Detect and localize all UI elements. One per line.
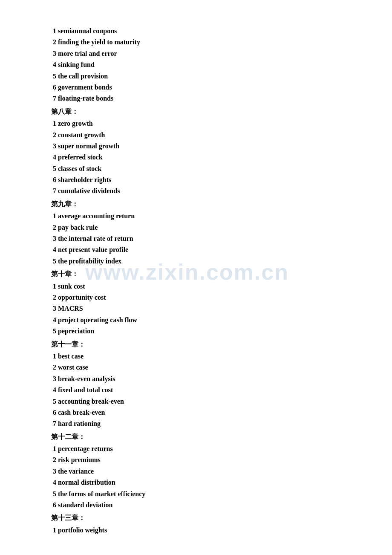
list-item: 4 project operating cash flow [51,315,341,326]
chapter-heading-6: 第十三章： [51,512,341,523]
list-item: 1 semiannual coupons [51,26,341,37]
chapter-heading-2: 第九章： [51,199,341,210]
list-item: 1 best case [51,351,341,362]
list-item: 2 opportunity cost [51,292,341,303]
list-item: 4 fixed and total cost [51,384,341,396]
list-item: 1 zero growth [51,118,341,129]
list-item: 6 government bonds [51,82,341,93]
list-item: 3 super normal growth [51,141,341,152]
list-item: 1 average accounting return [51,211,341,222]
list-item: 5 the profitability index [51,256,341,267]
list-item: 5 pepreciation [51,326,341,337]
list-item: 3 the variance [51,466,341,477]
list-item: 3 MACRS [51,303,341,314]
list-item: 5 classes of stock [51,163,341,174]
content-list: 1 semiannual coupons2 finding the yield … [51,26,341,536]
list-item: 6 standard deviation [51,500,341,511]
list-item: 6 shareholder rights [51,174,341,185]
chapter-heading-5: 第十二章： [51,431,341,442]
list-item: 4 preferred stock [51,152,341,163]
list-item: 3 more trial and error [51,48,341,59]
list-item: 1 percentage returns [51,443,341,454]
list-item: 3 the internal rate of return [51,233,341,244]
list-item: 2 worst case [51,362,341,373]
list-item: 2 constant growth [51,130,341,141]
list-item: 2 risk premiums [51,454,341,465]
chapter-heading-1: 第八章： [51,106,341,117]
list-item: 4 sinking fund [51,59,341,70]
list-item: 1 sunk cost [51,281,341,292]
list-item: 5 accounting break-even [51,396,341,407]
list-item: 4 net present value profile [51,244,341,255]
list-item: 2 pay back rule [51,222,341,233]
list-item: 6 cash break-even [51,407,341,418]
list-item: 4 normal distribution [51,477,341,488]
list-item: 7 floating-rate bonds [51,93,341,104]
list-item: 1 portfolio weights [51,525,341,536]
chapter-heading-3: 第十章： [51,269,341,280]
list-item: 5 the call provision [51,71,341,82]
chapter-heading-4: 第十一章： [51,339,341,350]
list-item: 5 the forms of market efficiency [51,489,341,500]
list-item: 2 finding the yield to maturity [51,37,341,48]
list-item: 7 hard rationing [51,418,341,429]
list-item: 3 break-even analysis [51,373,341,384]
list-item: 7 cumulative dividends [51,185,341,197]
